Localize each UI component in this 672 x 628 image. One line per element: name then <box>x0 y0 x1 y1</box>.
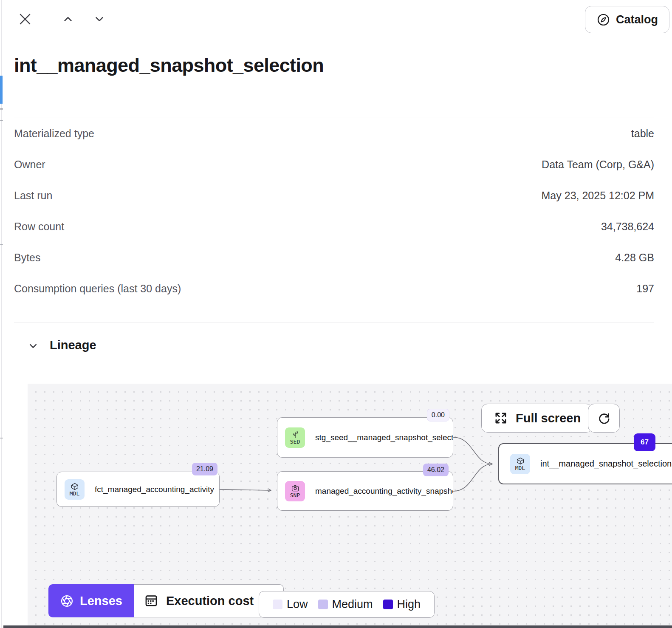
previous-item-button[interactable] <box>58 9 78 29</box>
node-label: stg_seed__managed_snapshot_selecti... <box>315 433 453 442</box>
selected-lens-label: Execution cost <box>166 594 254 608</box>
model-type-chip: MDL <box>65 479 85 500</box>
cube-icon <box>516 457 525 465</box>
chevron-down-icon <box>93 13 106 25</box>
metadata-row-consumption-queries: Consumption queries (last 30 days) 197 <box>14 273 654 304</box>
lineage-canvas[interactable]: MDL fct_managed_accounting_activity 21.0… <box>28 384 672 628</box>
metadata-value: 197 <box>636 283 654 295</box>
refresh-button[interactable] <box>588 404 620 433</box>
detail-panel: Catalog int__managed_snapshot_selection … <box>0 0 672 628</box>
lineage-section-title: Lineage <box>50 338 96 352</box>
model-type-chip: MDL <box>510 454 530 474</box>
underlying-page-fragment <box>0 244 3 245</box>
legend-item-high: High <box>383 598 421 611</box>
node-label: managed_accounting_activity_snapshot <box>315 487 453 496</box>
underlying-page-fragment <box>0 120 3 121</box>
camera-icon <box>291 484 299 492</box>
legend-label: High <box>397 598 421 611</box>
lineage-node-fct-managed-accounting-activity[interactable]: MDL fct_managed_accounting_activity 21.0… <box>56 472 220 507</box>
compass-icon <box>596 13 610 27</box>
metadata-label: Bytes <box>14 252 41 264</box>
metadata-row-owner: Owner Data Team (Corp, G&A) <box>14 149 654 180</box>
page-title: int__managed_snapshot_selection <box>14 54 324 76</box>
toolbar: Catalog <box>3 0 672 38</box>
legend-item-medium: Medium <box>318 598 373 611</box>
fullscreen-button-label: Full screen <box>516 411 581 425</box>
node-type-label: MDL <box>70 491 79 496</box>
metadata-table: Materialized type table Owner Data Team … <box>14 118 654 323</box>
medium-cost-swatch <box>318 600 328 609</box>
underlying-page-accent <box>0 76 3 104</box>
metadata-row-last-run: Last run May 23, 2025 12:02 PM <box>14 180 654 211</box>
metadata-value: 4.28 GB <box>615 252 654 264</box>
lineage-node-managed-accounting-activity-snapshot[interactable]: SNP managed_accounting_activity_snapshot… <box>277 471 453 511</box>
metadata-label: Last run <box>14 190 52 202</box>
execution-cost-badge: 21.09 <box>192 463 217 475</box>
cost-legend: Low Medium High <box>259 591 435 618</box>
refresh-icon <box>597 411 611 425</box>
lineage-node-stg-seed-managed-snapshot-selection[interactable]: SED stg_seed__managed_snapshot_selecti..… <box>277 417 453 458</box>
chevron-down-icon <box>27 339 40 352</box>
metadata-label: Materialized type <box>14 127 94 140</box>
node-type-label: SNP <box>290 492 300 498</box>
close-icon <box>17 11 33 27</box>
legend-label: Low <box>287 598 308 611</box>
catalog-button-label: Catalog <box>616 13 658 26</box>
close-button[interactable] <box>15 9 35 29</box>
lineage-collapse-button[interactable] <box>25 337 42 354</box>
metadata-row-bytes: Bytes 4.28 GB <box>14 242 654 273</box>
snapshot-type-chip: SNP <box>285 481 305 501</box>
metadata-row-row-count: Row count 34,738,624 <box>14 211 654 242</box>
metadata-label: Consumption queries (last 30 days) <box>14 283 181 295</box>
node-label: fct_managed_accounting_activity <box>95 485 214 494</box>
lenses-button[interactable]: Lenses <box>48 584 134 617</box>
high-cost-swatch <box>383 600 393 609</box>
metadata-value: Data Team (Corp, G&A) <box>542 158 654 171</box>
metadata-label: Row count <box>14 221 64 233</box>
seed-type-chip: SED <box>285 427 305 448</box>
metadata-row-materialized-type: Materialized type table <box>14 118 654 149</box>
lenses-control-group: Lenses Execution cost <box>48 584 284 617</box>
execution-cost-badge: 46.02 <box>423 464 449 476</box>
metadata-value: 34,738,624 <box>601 221 654 233</box>
lineage-node-int-managed-snapshot-selection[interactable]: MDL int__managed_snapshot_selection 67 <box>498 443 672 484</box>
node-type-label: MDL <box>515 465 525 471</box>
fullscreen-button[interactable]: Full screen <box>481 404 593 433</box>
underlying-page-fragment <box>0 438 3 438</box>
node-label: int__managed_snapshot_selection <box>540 459 672 469</box>
legend-label: Medium <box>332 598 373 611</box>
execution-cost-badge: 0.00 <box>427 409 449 421</box>
catalog-button[interactable]: Catalog <box>585 6 669 33</box>
low-cost-swatch <box>273 600 282 609</box>
metadata-spacer <box>14 304 654 323</box>
metadata-label: Owner <box>14 158 45 171</box>
bottom-edge-strip <box>3 625 672 628</box>
seedling-icon <box>291 431 299 438</box>
node-type-label: SED <box>290 439 300 444</box>
execution-cost-badge: 67 <box>634 433 655 451</box>
toolbar-divider <box>44 8 44 30</box>
metadata-value: May 23, 2025 12:02 PM <box>542 190 654 202</box>
chevron-up-icon <box>62 13 74 25</box>
cube-icon <box>71 483 79 490</box>
aperture-icon <box>60 594 74 608</box>
legend-item-low: Low <box>273 598 308 611</box>
table-icon <box>144 594 158 608</box>
lenses-button-label: Lenses <box>80 594 122 608</box>
expand-icon <box>493 410 508 426</box>
underlying-page-fragment <box>0 108 3 110</box>
metadata-value: table <box>631 127 654 140</box>
next-item-button[interactable] <box>90 9 109 29</box>
